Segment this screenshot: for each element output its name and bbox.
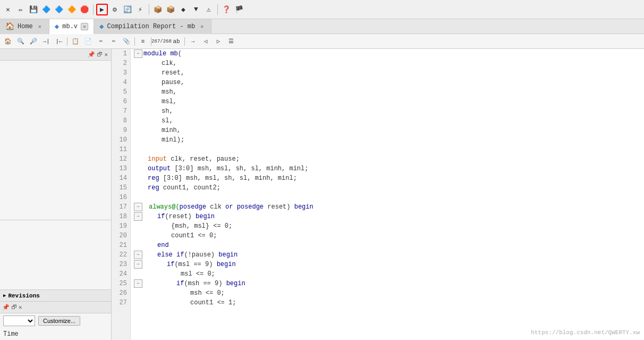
code-line-7: sh, <box>134 106 641 116</box>
fold-23[interactable]: − <box>134 260 142 269</box>
chip-button[interactable]: 📦 <box>152 4 164 15</box>
sec-num-btn[interactable]: 267/268 <box>154 36 170 47</box>
line-num-23: 23 <box>115 260 127 269</box>
revisions-expand-icon[interactable]: ▶ <box>3 293 6 298</box>
diamond-button[interactable]: ◆ <box>177 4 189 15</box>
bookmark1-button[interactable]: 🔷 <box>40 4 52 15</box>
tab-report[interactable]: ◆ Compilation Report - mb ✕ <box>94 19 211 34</box>
pencil-button[interactable]: ✏ <box>15 4 27 15</box>
code-line-9: minh, <box>134 126 641 135</box>
token-24-1: msl <= 0; <box>181 269 215 279</box>
customize-area: Customize... <box>0 313 111 328</box>
undo-button[interactable]: ✕ <box>2 4 14 15</box>
code-line-25: − if(msh == 9) begin <box>134 279 641 288</box>
tab-mbv[interactable]: ◆ mb.v ✕ <box>49 19 94 34</box>
panel-pin-icon[interactable]: 📌 <box>88 51 95 58</box>
secondary-toolbar: 🏠 🔍 🔎 →| |← 📋 📄 ✂ ✂ 📎 ≡ 267/268 ab → ◁ ▷… <box>0 34 644 49</box>
code-line-22: − else if(!pause) begin <box>134 250 641 260</box>
rev-restore-icon[interactable]: 🗗 <box>11 304 17 311</box>
sec-cut2-btn[interactable]: ✂ <box>108 36 120 47</box>
line-num-17: 17 <box>115 202 127 212</box>
line-num-1: 1 <box>115 49 127 59</box>
sec-format-btn[interactable]: ≡ <box>137 36 149 47</box>
tab-home-close[interactable]: ✕ <box>36 23 44 30</box>
highlighted-button[interactable]: ⚙ <box>109 4 121 15</box>
sec-paste-btn[interactable]: 📄 <box>82 36 94 47</box>
sec-right-btn[interactable]: ▷ <box>213 36 224 47</box>
fold-17[interactable]: − <box>134 203 142 211</box>
help-button[interactable]: ❓ <box>221 4 232 15</box>
panel-close-icon[interactable]: ✕ <box>104 51 108 58</box>
warning-button[interactable]: ⚠ <box>203 4 215 15</box>
token-18-3: begin <box>196 212 215 221</box>
token-12-2: clk, reset, pause; <box>167 154 240 164</box>
save-button[interactable]: 💾 <box>28 4 39 15</box>
sec-sep2 <box>134 37 135 46</box>
rev-close-icon[interactable]: ✕ <box>19 304 22 311</box>
line-num-22: 22 <box>115 250 127 260</box>
fold-25[interactable]: − <box>134 279 142 288</box>
sec-outdent-btn[interactable]: |← <box>53 36 65 47</box>
bookmark3-button[interactable]: 🔶 <box>66 4 78 15</box>
sec-copy-btn[interactable]: 📋 <box>70 36 81 47</box>
sec-lines-btn[interactable]: ☰ <box>225 36 237 47</box>
fold-18[interactable]: − <box>134 212 142 221</box>
code-line-20: count1 <= 0; <box>134 231 641 241</box>
token-13-1: output <box>148 164 171 173</box>
sec-ab-btn[interactable]: ab <box>171 36 182 47</box>
tab-home[interactable]: 🏠 Home ✕ <box>0 19 49 34</box>
sec-home-btn[interactable]: 🏠 <box>2 36 14 47</box>
code-lines: − module mb( clk, reset, pause, <box>131 49 644 340</box>
run-button[interactable]: ▶ <box>96 4 108 15</box>
stop-button[interactable]: 🛑 <box>79 4 90 15</box>
code-line-3: reset, <box>134 68 641 78</box>
code-line-19: {msh, msl} <= 0; <box>134 221 641 231</box>
customize-select[interactable] <box>3 316 35 326</box>
token-20-1: count1 <= 0; <box>171 231 217 241</box>
token-14-1: reg <box>148 173 159 183</box>
code-area[interactable]: 1 2 3 4 5 6 7 8 9 10 11 12 13 14 15 16 1… <box>112 49 644 340</box>
sec-find2-btn[interactable]: 🔎 <box>28 36 39 47</box>
token-23-1: if <box>167 260 174 269</box>
flag-button[interactable]: 🏴 <box>233 4 245 15</box>
line-num-26: 26 <box>115 288 127 298</box>
bookmark2-button[interactable]: 🔷 <box>53 4 65 15</box>
revisions-label: Revisions <box>8 293 39 299</box>
token-13-2: [3:0] msh, msl, sh, sl, minh, minl; <box>171 164 308 173</box>
line-num-6: 6 <box>115 97 127 106</box>
fold-22[interactable]: − <box>134 251 142 259</box>
home-icon: 🏠 <box>5 22 14 31</box>
top-toolbar: ✕ ✏ 💾 🔷 🔷 🔶 🛑 ▶ ⚙ 🔄 ⚡ 📦 📦 ◆ ▼ ⚠ ❓ 🏴 <box>0 0 644 19</box>
power-button[interactable]: ⚡ <box>134 4 146 15</box>
line-num-16: 16 <box>115 193 127 202</box>
time-label: Time <box>3 330 19 338</box>
token-21-1: end <box>157 241 169 250</box>
down-button[interactable]: ▼ <box>190 4 202 15</box>
token-17-7: reset) <box>264 202 294 212</box>
sec-arrow-btn[interactable]: → <box>187 36 199 47</box>
tab-mbv-close[interactable]: ✕ <box>81 23 88 30</box>
rev-pin-icon[interactable]: 📌 <box>2 304 10 311</box>
code-line-4: pause, <box>134 78 641 87</box>
code-container: 1 2 3 4 5 6 7 8 9 10 11 12 13 14 15 16 1… <box>112 49 644 340</box>
tab-report-close[interactable]: ✕ <box>198 23 206 30</box>
code-line-5: msh, <box>134 87 641 97</box>
code-line-13: output [3:0] msh, msl, sh, sl, minh, min… <box>134 164 641 173</box>
sec-cut-btn[interactable]: ✂ <box>95 36 107 47</box>
token-9-1: minh, <box>162 126 181 135</box>
fold-1[interactable]: − <box>134 49 142 58</box>
sec-find-btn[interactable]: 🔍 <box>15 36 27 47</box>
sep1 <box>93 4 94 15</box>
sec-clip-btn[interactable]: 📎 <box>121 36 132 47</box>
customize-button[interactable]: Customize... <box>38 316 80 326</box>
refresh-button[interactable]: 🔄 <box>122 4 133 15</box>
sec-indent-btn[interactable]: →| <box>40 36 52 47</box>
line-num-21: 21 <box>115 241 127 250</box>
token-15-2: count1, count2; <box>159 183 221 193</box>
sec-left-btn[interactable]: ◁ <box>200 36 211 47</box>
sec-sep1 <box>67 37 67 46</box>
panel-restore-icon[interactable]: 🗗 <box>97 51 103 58</box>
code-line-11 <box>134 145 641 154</box>
chip2-button[interactable]: 📦 <box>165 4 176 15</box>
token-7-1: sh, <box>162 106 173 116</box>
